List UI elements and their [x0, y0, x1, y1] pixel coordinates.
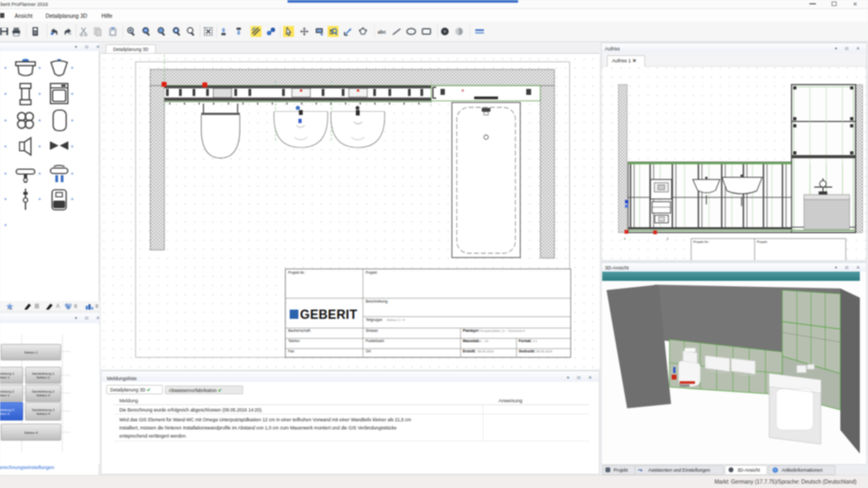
- svg-text:Sanitärleitung 3: Sanitärleitung 3: [32, 408, 55, 412]
- svg-text:08.05.2016: 08.05.2016: [477, 350, 494, 353]
- svg-text:Sanitärleitung 2: Sanitärleitung 2: [0, 390, 15, 393]
- svg-text:Sanitärleitung 1: Sanitärleitung 1: [0, 372, 15, 375]
- svg-text:Sektion 1: Sektion 1: [0, 376, 10, 379]
- svg-text:Sektion 3: Sektion 3: [0, 412, 10, 415]
- svg-text:A: A: [56, 303, 60, 309]
- svg-text:Massstab:: Massstab:: [463, 339, 480, 343]
- svg-text:Sektion 1: Sektion 1: [0, 394, 10, 397]
- svg-text:Sektion 1 / 4: Sektion 1 / 4: [387, 318, 405, 322]
- svg-text:Sektion 2: Sektion 2: [36, 376, 50, 379]
- svg-text:Projekt:: Projekt:: [757, 240, 768, 243]
- svg-text:Projekt-Nr.:: Projekt-Nr.:: [693, 240, 710, 243]
- svg-text:Beschreibung:: Beschreibung:: [366, 299, 388, 304]
- svg-text:Telefon:: Telefon:: [288, 339, 301, 343]
- svg-text:Planlayer:: Planlayer:: [463, 329, 480, 333]
- svg-text:Bauherrschaft:: Bauherrschaft:: [288, 329, 311, 332]
- svg-text:Ort:: Ort:: [366, 349, 372, 353]
- svg-text:Erstellt:: Erstellt:: [463, 349, 476, 353]
- svg-text:Gedruckt:: Gedruckt:: [519, 349, 535, 353]
- svg-text:Sektion 3: Sektion 3: [36, 394, 50, 397]
- svg-text:abc: abc: [378, 29, 386, 35]
- svg-text:Postleitzahl:: Postleitzahl:: [366, 339, 385, 343]
- svg-text:Sanitärleitung 1: Sanitärleitung 1: [32, 372, 55, 375]
- svg-text:Sanitärleitung 3: Sanitärleitung 3: [0, 408, 15, 412]
- svg-text:GEBERIT: GEBERIT: [300, 307, 358, 322]
- svg-text:08.05.2016: 08.05.2016: [536, 350, 553, 353]
- svg-text:Gruppenplatte_1+ - Geschoss A: Gruppenplatte_1+ - Geschoss A: [480, 329, 525, 332]
- svg-text:Projekt-Nr.:: Projekt-Nr.:: [288, 271, 306, 275]
- svg-text:Teilgruppe:: Teilgruppe:: [366, 318, 383, 322]
- svg-text:Sektion 4: Sektion 4: [36, 412, 50, 415]
- svg-text:Format:: Format:: [519, 339, 532, 343]
- svg-text:Sektion 4: Sektion 4: [24, 431, 38, 434]
- svg-text:2:1: 2:1: [533, 339, 538, 343]
- svg-text:Fax:: Fax:: [288, 349, 295, 353]
- svg-text:Sektion 1: Sektion 1: [24, 351, 38, 354]
- svg-text:1 : 20: 1 : 20: [480, 339, 489, 343]
- svg-text:Projekt:: Projekt:: [366, 271, 378, 275]
- svg-text:Sanitärleitung 2: Sanitärleitung 2: [32, 390, 55, 393]
- svg-text:Strasse:: Strasse:: [366, 329, 379, 332]
